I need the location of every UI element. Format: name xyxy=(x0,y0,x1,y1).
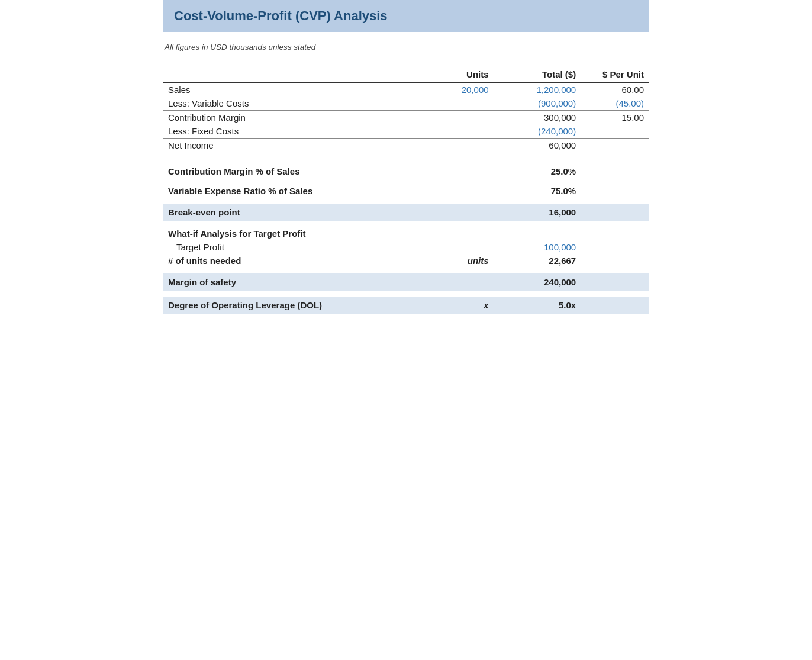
cm-percent-label: Contribution Margin % of Sales xyxy=(163,158,415,178)
units-needed-perunit xyxy=(581,254,649,268)
var-expense-perunit xyxy=(581,184,649,198)
margin-safety-units xyxy=(415,273,493,291)
table-row-net-income: Net Income 60,000 xyxy=(163,139,649,153)
main-table: Units Total ($) $ Per Unit Sales 20,000 … xyxy=(163,66,649,314)
contribution-margin-label: Contribution Margin xyxy=(163,111,415,125)
spacer-6 xyxy=(163,291,649,297)
breakeven-units xyxy=(415,204,493,221)
table-row-breakeven: Break-even point 16,000 xyxy=(163,204,649,221)
spacer-3 xyxy=(163,198,649,204)
whatif-header-perunit xyxy=(581,227,649,240)
whatif-section-label: What-if Analysis for Target Profit xyxy=(163,227,415,240)
variable-costs-perunit: (45.00) xyxy=(581,96,649,111)
units-needed-units-label: units xyxy=(415,254,493,268)
table-row-units-needed: # of units needed units 22,667 xyxy=(163,254,649,268)
target-profit-perunit xyxy=(581,240,649,254)
col-header-perunit: $ Per Unit xyxy=(581,66,649,82)
table-row-margin-safety: Margin of safety 240,000 xyxy=(163,273,649,291)
dol-label: Degree of Operating Leverage (DOL) xyxy=(163,297,415,314)
units-needed-label: # of units needed xyxy=(163,254,415,268)
net-income-perunit xyxy=(581,139,649,153)
var-expense-label: Variable Expense Ratio % of Sales xyxy=(163,184,415,198)
spacer-4 xyxy=(163,221,649,227)
table-row-contribution-margin: Contribution Margin 300,000 15.00 xyxy=(163,111,649,125)
table-row-var-expense: Variable Expense Ratio % of Sales 75.0% xyxy=(163,184,649,198)
table-row-variable-costs: Less: Variable Costs (900,000) (45.00) xyxy=(163,96,649,111)
margin-safety-value: 240,000 xyxy=(494,273,581,291)
dol-perunit xyxy=(581,297,649,314)
sales-total: 1,200,000 xyxy=(494,82,581,96)
cm-percent-perunit xyxy=(581,158,649,178)
var-expense-value: 75.0% xyxy=(494,184,581,198)
table-row-whatif-header: What-if Analysis for Target Profit xyxy=(163,227,649,240)
table-header-row: Units Total ($) $ Per Unit xyxy=(163,66,649,82)
target-profit-units xyxy=(415,240,493,254)
net-income-label: Net Income xyxy=(163,139,415,153)
page-container: Cost-Volume-Profit (CVP) Analysis All fi… xyxy=(152,0,660,337)
breakeven-value: 16,000 xyxy=(494,204,581,221)
breakeven-label: Break-even point xyxy=(163,204,415,221)
net-income-total: 60,000 xyxy=(494,139,581,153)
target-profit-value: 100,000 xyxy=(494,240,581,254)
sales-perunit: 60.00 xyxy=(581,82,649,96)
variable-costs-total: (900,000) xyxy=(494,96,581,111)
col-header-total: Total ($) xyxy=(494,66,581,82)
table-row-sales: Sales 20,000 1,200,000 60.00 xyxy=(163,82,649,96)
breakeven-perunit xyxy=(581,204,649,221)
var-expense-units xyxy=(415,184,493,198)
variable-costs-units xyxy=(415,96,493,111)
margin-safety-perunit xyxy=(581,273,649,291)
table-row-dol: Degree of Operating Leverage (DOL) x 5.0… xyxy=(163,297,649,314)
units-needed-value: 22,667 xyxy=(494,254,581,268)
table-row-fixed-costs: Less: Fixed Costs (240,000) xyxy=(163,124,649,139)
target-profit-label: Target Profit xyxy=(163,240,415,254)
margin-safety-label: Margin of safety xyxy=(163,273,415,291)
spacer-5 xyxy=(163,268,649,273)
fixed-costs-label: Less: Fixed Costs xyxy=(163,124,415,139)
cm-percent-units xyxy=(415,158,493,178)
page-title: Cost-Volume-Profit (CVP) Analysis xyxy=(174,8,638,24)
contribution-margin-total: 300,000 xyxy=(494,111,581,125)
variable-costs-label: Less: Variable Costs xyxy=(163,96,415,111)
contribution-margin-perunit: 15.00 xyxy=(581,111,649,125)
col-header-label xyxy=(163,66,415,82)
spacer-2 xyxy=(163,178,649,184)
subtitle: All figures in USD thousands unless stat… xyxy=(165,43,649,51)
table-row-cm-percent: Contribution Margin % of Sales 25.0% xyxy=(163,158,649,178)
whatif-header-total xyxy=(494,227,581,240)
fixed-costs-units xyxy=(415,124,493,139)
net-income-units xyxy=(415,139,493,153)
col-header-units: Units xyxy=(415,66,493,82)
cm-percent-value: 25.0% xyxy=(494,158,581,178)
sales-label: Sales xyxy=(163,82,415,96)
fixed-costs-perunit xyxy=(581,124,649,139)
dol-x-label: x xyxy=(415,297,493,314)
contribution-margin-units xyxy=(415,111,493,125)
whatif-header-units xyxy=(415,227,493,240)
dol-value: 5.0x xyxy=(494,297,581,314)
fixed-costs-total: (240,000) xyxy=(494,124,581,139)
spacer-1 xyxy=(163,152,649,158)
sales-units: 20,000 xyxy=(415,82,493,96)
title-bar: Cost-Volume-Profit (CVP) Analysis xyxy=(163,0,649,32)
table-row-target-profit: Target Profit 100,000 xyxy=(163,240,649,254)
